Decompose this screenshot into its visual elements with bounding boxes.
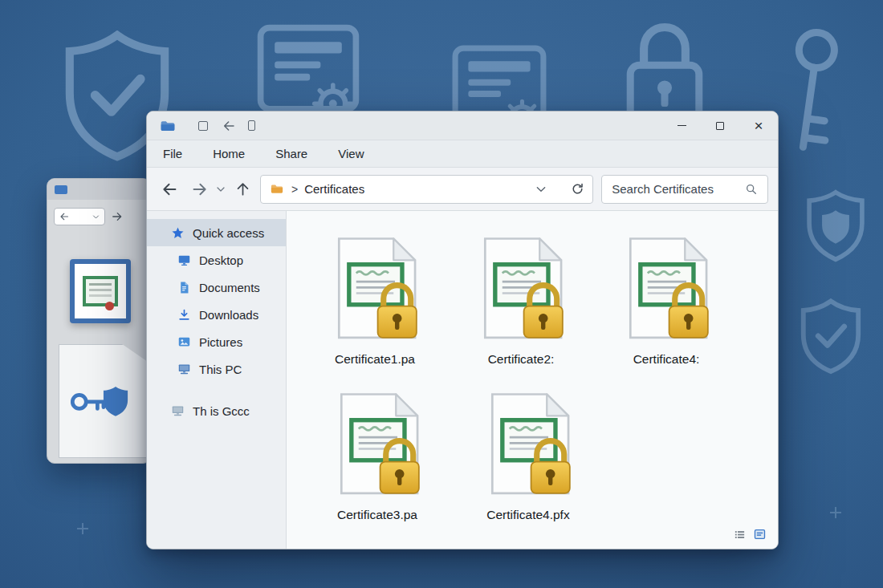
shield-icon bbox=[801, 189, 870, 265]
background-window-titlebar bbox=[47, 179, 150, 200]
search-box[interactable]: Search Certificates bbox=[601, 175, 768, 204]
sidebar-item-pictures[interactable]: Pictures bbox=[147, 328, 286, 355]
view-toggles bbox=[734, 528, 767, 541]
menu-view[interactable]: View bbox=[338, 147, 364, 160]
sidebar-item-extra[interactable]: Th is Gccc bbox=[147, 397, 286, 424]
file-name: Certificate2: bbox=[488, 352, 555, 367]
up-icon[interactable] bbox=[235, 181, 250, 197]
back-icon[interactable] bbox=[161, 181, 177, 197]
arrow-right-icon bbox=[112, 211, 123, 222]
sidebar-item-documents[interactable]: Documents bbox=[147, 274, 286, 301]
certificate-thumbnail-inner bbox=[75, 264, 126, 318]
close-button[interactable]: × bbox=[739, 112, 778, 140]
menu-bar: File Home Share View bbox=[147, 140, 778, 168]
search-placeholder: Search Certificates bbox=[612, 182, 745, 196]
key-shield-file-icon bbox=[59, 344, 147, 458]
thumbnail-view-icon[interactable] bbox=[753, 528, 767, 541]
file-certificate1[interactable]: Certificate1.pa bbox=[315, 233, 435, 367]
certificate-thumbnail bbox=[70, 259, 131, 323]
address-dropdown-chevron-icon[interactable] bbox=[535, 184, 547, 195]
navigation-bar: > Certificates Search Certificates bbox=[147, 168, 778, 211]
certificate-lock-icon bbox=[481, 389, 576, 501]
search-icon[interactable] bbox=[745, 183, 758, 196]
menu-file[interactable]: File bbox=[163, 147, 182, 160]
sidebar-item-label: Pictures bbox=[199, 335, 242, 349]
minimize-icon bbox=[678, 125, 686, 126]
toolbar-panel-icon[interactable] bbox=[248, 120, 255, 131]
shield-check-icon bbox=[791, 298, 870, 375]
forward-button[interactable] bbox=[112, 211, 123, 222]
recent-locations-chevron-icon[interactable] bbox=[216, 185, 226, 194]
folder-icon bbox=[158, 118, 177, 134]
sidebar-item-label: Desktop bbox=[199, 253, 243, 267]
window-controls: × bbox=[662, 112, 778, 140]
picture-icon bbox=[177, 335, 191, 349]
sidebar-item-label: Documents bbox=[199, 281, 260, 294]
menu-home[interactable]: Home bbox=[213, 147, 245, 160]
download-icon bbox=[177, 308, 191, 322]
close-icon: × bbox=[754, 118, 763, 133]
window-icon bbox=[55, 185, 67, 194]
certificate-lock-icon bbox=[619, 233, 714, 346]
toolbar-arrow-icon[interactable] bbox=[222, 120, 235, 132]
sparkle-plus-icon bbox=[830, 507, 841, 518]
address-bar[interactable]: > Certificates bbox=[260, 175, 593, 204]
certificate-image bbox=[83, 276, 118, 306]
sidebar-item-label: Downloads bbox=[199, 308, 258, 322]
file-list: Certificate1.pa Certificate2: Certificat… bbox=[287, 211, 778, 549]
refresh-icon[interactable] bbox=[571, 182, 584, 196]
forward-icon[interactable] bbox=[192, 181, 208, 197]
breadcrumb-separator: > bbox=[291, 183, 298, 196]
computer-icon bbox=[171, 404, 185, 418]
file-name: Certificate4: bbox=[633, 352, 700, 367]
file-explorer-window: × File Home Share View > Certificates bbox=[146, 111, 779, 549]
sidebar-item-quick-access[interactable]: Quick access bbox=[147, 219, 286, 246]
monitor-icon bbox=[177, 253, 191, 267]
breadcrumb[interactable]: Certificates bbox=[304, 182, 364, 196]
file-name: Certificate1.pa bbox=[335, 352, 415, 367]
sidebar-item-label: This PC bbox=[199, 363, 242, 376]
sidebar-item-label: Quick access bbox=[193, 226, 264, 240]
certificate-lock-icon bbox=[328, 233, 422, 346]
certificate-lock-icon bbox=[330, 389, 425, 501]
star-icon bbox=[171, 226, 185, 240]
file-certificate3[interactable]: Certificate3.pa bbox=[317, 389, 437, 522]
file-certificate2[interactable]: Certificate2: bbox=[461, 233, 581, 367]
maximize-icon bbox=[716, 122, 724, 130]
arrow-left-icon bbox=[59, 212, 69, 221]
file-certificate4a[interactable]: Certificate4: bbox=[606, 233, 726, 367]
maximize-button[interactable] bbox=[701, 112, 739, 140]
sparkle-plus-icon bbox=[77, 523, 88, 534]
sidebar-item-label: Th is Gccc bbox=[193, 404, 250, 418]
certificate-lock-icon bbox=[474, 233, 568, 346]
menu-share[interactable]: Share bbox=[275, 147, 307, 160]
file-certificate4b[interactable]: Certificate4.pfx bbox=[468, 389, 588, 522]
background-window-toolbar bbox=[54, 208, 144, 225]
back-button[interactable] bbox=[54, 208, 105, 225]
document-icon bbox=[177, 281, 191, 294]
sidebar-item-downloads[interactable]: Downloads bbox=[147, 301, 286, 328]
folder-icon bbox=[269, 182, 285, 196]
window-body: Quick access Desktop Documents Downloads… bbox=[147, 211, 778, 549]
toolbar-square-icon[interactable] bbox=[198, 121, 208, 131]
sidebar-item-desktop[interactable]: Desktop bbox=[147, 246, 286, 274]
key-shield-icon bbox=[68, 375, 137, 428]
minimize-button[interactable] bbox=[662, 112, 701, 140]
sidebar: Quick access Desktop Documents Downloads… bbox=[147, 211, 287, 549]
titlebar[interactable]: × bbox=[147, 112, 778, 140]
sidebar-item-this-pc[interactable]: This PC bbox=[147, 355, 286, 383]
chevron-down-icon bbox=[92, 213, 100, 221]
desktop-background: × File Home Share View > Certificates bbox=[0, 0, 883, 588]
computer-icon bbox=[177, 363, 191, 376]
file-name: Certificate3.pa bbox=[337, 508, 417, 522]
background-window bbox=[47, 178, 151, 464]
details-view-icon[interactable] bbox=[734, 529, 746, 541]
file-name: Certificate4.pfx bbox=[486, 508, 569, 522]
